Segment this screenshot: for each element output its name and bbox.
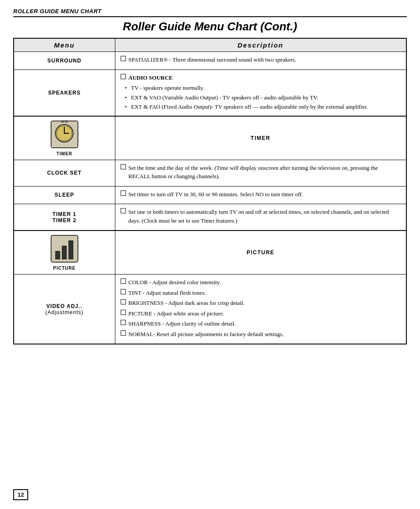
video-adj-sub: (Adjustments): [45, 309, 84, 315]
bullet-list: TV - speakers operate normally. EXT & VA…: [121, 84, 401, 111]
menu-cell-sleep: SLEEP: [14, 186, 115, 204]
col-menu-header: Menu: [14, 38, 115, 52]
table-row-section-timer: TIMER TIMER: [14, 116, 406, 160]
list-item: EXT & FAO (Fixed Audio Output)- TV speak…: [125, 103, 401, 111]
menu-cell-clockset: CLOCK SET: [14, 160, 115, 186]
checkbox-item: Set the time and the day of the week. (T…: [121, 164, 401, 181]
checkbox-symbol: [121, 299, 126, 304]
checkbox-text: COLOR - Adjust desired color intensity.: [129, 278, 401, 287]
page-number: 12: [18, 491, 24, 498]
checkbox-symbol: [121, 278, 126, 284]
desc-cell-timers: Set one or both timers to automatically …: [115, 204, 406, 231]
checkbox-text: SHARPNESS - Adjust clarity of outline de…: [129, 319, 401, 328]
checkbox-text: SPATIALIZER® - Three dimensional surroun…: [129, 55, 401, 64]
timer-icon-label: TIMER: [19, 151, 110, 156]
table-row: VIDEO ADJ.. (Adjustments) COLOR - Adjust…: [14, 275, 406, 344]
video-adj-label: VIDEO ADJ..: [46, 303, 82, 309]
list-item: TV - speakers operate normally.: [125, 84, 401, 92]
svg-rect-8: [55, 251, 60, 259]
picture-icon-label: PICTURE: [19, 266, 110, 271]
top-header: Roller Guide Menu Chart: [13, 8, 407, 17]
checkbox-symbol: [121, 164, 126, 169]
table-row: SLEEP Set timer to turn off TV in 30, 60…: [14, 186, 406, 204]
checkbox-text: Set timer to turn off TV in 30, 60 or 90…: [129, 190, 401, 199]
checkbox-item: PICTURE - Adjust white areas of picture.: [121, 309, 401, 318]
picture-section-label: PICTURE: [115, 231, 406, 275]
checkbox-item: SHARPNESS - Adjust clarity of outline de…: [121, 319, 401, 328]
checkbox-symbol: [121, 74, 126, 79]
checkbox-item: AUDIO SOURCE: [121, 73, 401, 82]
col-desc-header: Description: [115, 38, 406, 52]
checkbox-text: NORMAL- Reset all picture adjustments to…: [129, 330, 401, 339]
table-row: SURROUND SPATIALIZER® - Three dimensiona…: [14, 52, 406, 70]
checkbox-symbol: [121, 56, 126, 61]
checkbox-item: Set one or both timers to automatically …: [121, 208, 401, 225]
checkbox-symbol: [121, 208, 126, 213]
table-row: SPEAKERS AUDIO SOURCE TV - speakers oper…: [14, 70, 406, 116]
menu-cell-timers: TIMER 1 TIMER 2: [14, 204, 115, 231]
checkbox-symbol: [121, 330, 126, 336]
table-row: CLOCK SET Set the time and the day of th…: [14, 160, 406, 186]
page-number-box: 12: [13, 489, 28, 500]
checkbox-text: PICTURE - Adjust white areas of picture.: [129, 309, 401, 318]
timer-icon: [50, 120, 79, 149]
checkbox-text: AUDIO SOURCE: [129, 73, 401, 82]
timer1-label: TIMER 1: [52, 211, 76, 217]
table-header-row: Menu Description: [14, 38, 406, 52]
table-row-section-picture: PICTURE PICTURE: [14, 231, 406, 275]
table-row: TIMER 1 TIMER 2 Set one or both timers t…: [14, 204, 406, 231]
svg-rect-10: [69, 241, 73, 259]
menu-cell-videoadj: VIDEO ADJ.. (Adjustments): [14, 275, 115, 344]
checkbox-item: SPATIALIZER® - Three dimensional surroun…: [121, 55, 401, 64]
svg-rect-5: [62, 121, 64, 122]
checkbox-text: BRIGHTNESS - Adjust dark areas for crisp…: [129, 299, 401, 308]
svg-rect-6: [65, 121, 67, 122]
checkbox-symbol: [121, 320, 126, 325]
checkbox-symbol: [121, 310, 126, 315]
timer-section-label: TIMER: [115, 116, 406, 160]
checkbox-item: NORMAL- Reset all picture adjustments to…: [121, 330, 401, 339]
menu-cell-surround: SURROUND: [14, 52, 115, 70]
desc-cell-clockset: Set the time and the day of the week. (T…: [115, 160, 406, 186]
checkbox-item: Set timer to turn off TV in 30, 60 or 90…: [121, 190, 401, 199]
checkbox-text: Set the time and the day of the week. (T…: [129, 164, 401, 181]
desc-cell-sleep: Set timer to turn off TV in 30, 60 or 90…: [115, 186, 406, 204]
page-container: Roller Guide Menu Chart Roller Guide Men…: [0, 0, 420, 362]
checkbox-item: COLOR - Adjust desired color intensity.: [121, 278, 401, 287]
list-item: EXT & VAO (Variable Audio Output) - TV s…: [125, 93, 401, 102]
picture-icon: [50, 234, 79, 263]
checkbox-item: TINT - Adjust natural flesh tones.: [121, 289, 401, 297]
main-title: Roller Guide Menu Chart (Cont.): [13, 20, 407, 33]
desc-cell-surround: SPATIALIZER® - Three dimensional surroun…: [115, 52, 406, 70]
checkbox-item: BRIGHTNESS - Adjust dark areas for crisp…: [121, 299, 401, 308]
checkbox-text: Set one or both timers to automatically …: [129, 208, 401, 225]
checkbox-symbol: [121, 289, 126, 294]
menu-cell-speakers: SPEAKERS: [14, 70, 115, 116]
desc-cell-videoadj: COLOR - Adjust desired color intensity. …: [115, 275, 406, 344]
checkbox-symbol: [121, 190, 126, 196]
timer-icon-cell: TIMER: [14, 116, 115, 160]
chart-table: Menu Description SURROUND SPATIALIZER® -…: [13, 38, 407, 344]
top-header-text: Roller Guide Menu Chart: [13, 8, 101, 15]
checkbox-text: TINT - Adjust natural flesh tones.: [129, 289, 401, 297]
timer2-label: TIMER 2: [52, 217, 76, 223]
desc-cell-speakers: AUDIO SOURCE TV - speakers operate norma…: [115, 70, 406, 116]
svg-rect-9: [62, 246, 66, 259]
picture-icon-cell: PICTURE: [14, 231, 115, 275]
